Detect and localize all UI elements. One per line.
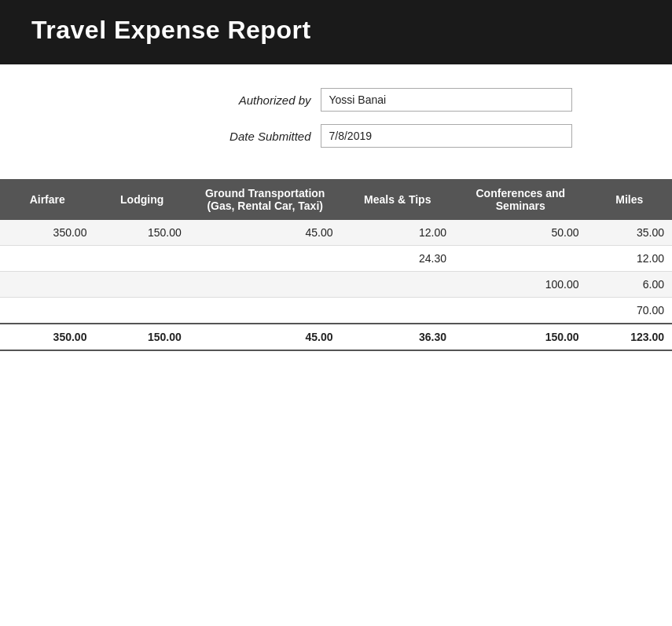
cell-airfare <box>0 272 94 298</box>
page-header: Travel Expense Report <box>0 0 672 64</box>
total-meals: 36.30 <box>341 324 455 350</box>
cell-ground <box>189 246 341 272</box>
col-header-airfare: Airfare <box>0 179 94 220</box>
col-header-ground: Ground Transportation(Gas, Rental Car, T… <box>189 179 341 220</box>
cell-conferences: 100.00 <box>454 272 587 298</box>
cell-lodging: 150.00 <box>94 220 189 246</box>
cell-miles: 70.00 <box>587 298 672 324</box>
cell-conferences: 50.00 <box>454 220 587 246</box>
cell-lodging <box>94 246 189 272</box>
cell-meals: 12.00 <box>341 220 455 246</box>
cell-conferences <box>454 298 587 324</box>
col-header-miles: Miles <box>587 179 672 220</box>
col-header-meals: Meals & Tips <box>341 179 455 220</box>
cell-miles: 6.00 <box>587 272 672 298</box>
cell-ground <box>189 298 341 324</box>
date-submitted-input[interactable] <box>321 124 572 148</box>
total-airfare: 350.00 <box>0 324 94 350</box>
cell-ground: 45.00 <box>189 220 341 246</box>
date-submitted-label: Date Submitted <box>170 130 311 143</box>
cell-airfare: 350.00 <box>0 220 94 246</box>
cell-ground <box>189 272 341 298</box>
cell-meals <box>341 272 455 298</box>
total-ground: 45.00 <box>189 324 341 350</box>
page-title: Travel Expense Report <box>31 16 641 45</box>
table-row: 350.00150.0045.0012.0050.0035.00 <box>0 220 672 246</box>
cell-miles: 12.00 <box>587 246 672 272</box>
expense-table: Airfare Lodging Ground Transportation(Ga… <box>0 179 672 351</box>
cell-airfare <box>0 246 94 272</box>
authorized-by-label: Authorized by <box>170 93 311 107</box>
total-lodging: 150.00 <box>94 324 189 350</box>
authorized-by-input[interactable] <box>321 88 572 112</box>
total-miles: 123.00 <box>587 324 672 350</box>
table-header-row: Airfare Lodging Ground Transportation(Ga… <box>0 179 672 220</box>
form-section: Authorized by Date Submitted <box>0 64 672 163</box>
cell-miles: 35.00 <box>587 220 672 246</box>
cell-conferences <box>454 246 587 272</box>
expense-table-section: Airfare Lodging Ground Transportation(Ga… <box>0 179 672 351</box>
authorized-by-row: Authorized by <box>101 88 572 112</box>
table-row: 24.3012.00 <box>0 246 672 272</box>
cell-lodging <box>94 272 189 298</box>
cell-meals: 24.30 <box>341 246 455 272</box>
date-submitted-row: Date Submitted <box>101 124 572 148</box>
totals-row: 350.00150.0045.0036.30150.00123.00 <box>0 324 672 350</box>
cell-meals <box>341 298 455 324</box>
col-header-conferences: Conferences and Seminars <box>454 179 587 220</box>
total-conferences: 150.00 <box>454 324 587 350</box>
col-header-lodging: Lodging <box>94 179 189 220</box>
table-row: 70.00 <box>0 298 672 324</box>
table-row: 100.006.00 <box>0 272 672 298</box>
cell-lodging <box>94 298 189 324</box>
cell-airfare <box>0 298 94 324</box>
